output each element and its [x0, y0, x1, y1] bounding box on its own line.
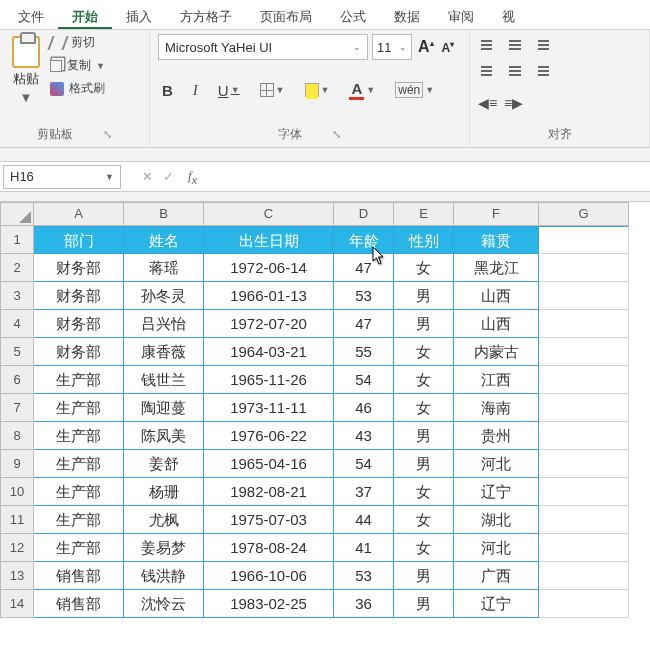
- header-cell[interactable]: 年龄: [334, 226, 394, 254]
- data-cell[interactable]: 1975-07-03: [204, 506, 334, 534]
- fx-icon[interactable]: fx: [182, 168, 203, 186]
- data-cell[interactable]: 1964-03-21: [204, 338, 334, 366]
- chevron-down-icon[interactable]: ▼: [105, 172, 114, 182]
- data-cell[interactable]: 山西: [454, 282, 539, 310]
- data-cell[interactable]: [539, 310, 629, 338]
- formula-input[interactable]: [203, 165, 650, 189]
- data-cell[interactable]: 1972-07-20: [204, 310, 334, 338]
- tab-1[interactable]: 开始: [58, 4, 112, 29]
- tab-4[interactable]: 页面布局: [246, 4, 326, 29]
- row-header[interactable]: 2: [0, 254, 34, 282]
- increase-font-button[interactable]: A▴: [416, 38, 436, 56]
- header-cell[interactable]: 出生日期: [204, 226, 334, 254]
- data-cell[interactable]: 黑龙江: [454, 254, 539, 282]
- data-cell[interactable]: 54: [334, 366, 394, 394]
- cancel-formula-button[interactable]: ✕: [142, 169, 153, 184]
- data-cell[interactable]: 1966-10-06: [204, 562, 334, 590]
- data-cell[interactable]: 蒋瑶: [124, 254, 204, 282]
- row-header[interactable]: 14: [0, 590, 34, 618]
- data-cell[interactable]: 44: [334, 506, 394, 534]
- align-top-left[interactable]: [478, 34, 500, 56]
- tab-0[interactable]: 文件: [4, 4, 58, 29]
- data-cell[interactable]: 47: [334, 254, 394, 282]
- data-cell[interactable]: 41: [334, 534, 394, 562]
- align-top-right[interactable]: [530, 34, 552, 56]
- data-cell[interactable]: 女: [394, 366, 454, 394]
- data-cell[interactable]: 生产部: [34, 450, 124, 478]
- data-cell[interactable]: 财务部: [34, 338, 124, 366]
- data-cell[interactable]: 山西: [454, 310, 539, 338]
- data-cell[interactable]: 女: [394, 254, 454, 282]
- data-cell[interactable]: 1965-04-16: [204, 450, 334, 478]
- row-header[interactable]: 4: [0, 310, 34, 338]
- format-painter-button[interactable]: 格式刷: [50, 80, 105, 97]
- data-cell[interactable]: 女: [394, 506, 454, 534]
- decrease-font-button[interactable]: A▾: [440, 40, 457, 55]
- row-header[interactable]: 13: [0, 562, 34, 590]
- increase-indent-button[interactable]: ≡▶: [504, 92, 526, 114]
- tab-2[interactable]: 插入: [112, 4, 166, 29]
- data-cell[interactable]: 姜易梦: [124, 534, 204, 562]
- data-cell[interactable]: 内蒙古: [454, 338, 539, 366]
- data-cell[interactable]: 销售部: [34, 562, 124, 590]
- data-cell[interactable]: 36: [334, 590, 394, 618]
- data-cell[interactable]: [539, 366, 629, 394]
- data-cell[interactable]: 财务部: [34, 310, 124, 338]
- row-header[interactable]: 12: [0, 534, 34, 562]
- data-cell[interactable]: 钱洪静: [124, 562, 204, 590]
- font-expand-icon[interactable]: ⤡: [332, 128, 341, 141]
- data-cell[interactable]: 沈怜云: [124, 590, 204, 618]
- data-cell[interactable]: 1978-08-24: [204, 534, 334, 562]
- data-cell[interactable]: [539, 254, 629, 282]
- data-cell[interactable]: [539, 506, 629, 534]
- data-cell[interactable]: 贵州: [454, 422, 539, 450]
- data-cell[interactable]: 54: [334, 450, 394, 478]
- align-right[interactable]: [530, 60, 552, 82]
- underline-button[interactable]: U ▼: [214, 80, 244, 101]
- align-center[interactable]: [504, 60, 526, 82]
- font-color-button[interactable]: A▼: [345, 78, 379, 102]
- data-cell[interactable]: 女: [394, 338, 454, 366]
- align-left[interactable]: [478, 60, 500, 82]
- data-cell[interactable]: 杨珊: [124, 478, 204, 506]
- data-cell[interactable]: 37: [334, 478, 394, 506]
- data-cell[interactable]: 广西: [454, 562, 539, 590]
- data-cell[interactable]: 1972-06-14: [204, 254, 334, 282]
- tab-8[interactable]: 视: [488, 4, 529, 29]
- data-cell[interactable]: 男: [394, 562, 454, 590]
- data-cell[interactable]: 1973-11-11: [204, 394, 334, 422]
- data-cell[interactable]: 辽宁: [454, 478, 539, 506]
- data-cell[interactable]: 55: [334, 338, 394, 366]
- column-header-C[interactable]: C: [204, 202, 334, 226]
- data-cell[interactable]: 生产部: [34, 478, 124, 506]
- data-cell[interactable]: 陶迎蔓: [124, 394, 204, 422]
- data-cell[interactable]: 生产部: [34, 394, 124, 422]
- data-cell[interactable]: 河北: [454, 450, 539, 478]
- data-cell[interactable]: 尤枫: [124, 506, 204, 534]
- column-header-F[interactable]: F: [454, 202, 539, 226]
- header-cell[interactable]: 性别: [394, 226, 454, 254]
- row-header[interactable]: 8: [0, 422, 34, 450]
- font-name-select[interactable]: Microsoft YaHei UI⌄: [158, 34, 368, 60]
- data-cell[interactable]: [539, 478, 629, 506]
- cut-button[interactable]: 剪切: [50, 34, 105, 51]
- accept-formula-button[interactable]: ✓: [163, 169, 174, 184]
- phonetic-button[interactable]: wén▼: [391, 80, 438, 100]
- data-cell[interactable]: 财务部: [34, 254, 124, 282]
- column-header-D[interactable]: D: [334, 202, 394, 226]
- data-cell[interactable]: 江西: [454, 366, 539, 394]
- row-header[interactable]: 9: [0, 450, 34, 478]
- data-cell[interactable]: 53: [334, 562, 394, 590]
- tab-3[interactable]: 方方格子: [166, 4, 246, 29]
- header-cell[interactable]: 籍贯: [454, 226, 539, 254]
- data-cell[interactable]: [539, 422, 629, 450]
- data-cell[interactable]: 辽宁: [454, 590, 539, 618]
- data-cell[interactable]: 吕兴怡: [124, 310, 204, 338]
- data-cell[interactable]: [539, 590, 629, 618]
- header-cell[interactable]: [539, 226, 629, 254]
- tab-5[interactable]: 公式: [326, 4, 380, 29]
- data-cell[interactable]: 女: [394, 478, 454, 506]
- data-cell[interactable]: 康香薇: [124, 338, 204, 366]
- bold-button[interactable]: B: [158, 80, 177, 101]
- row-header[interactable]: 1: [0, 226, 34, 254]
